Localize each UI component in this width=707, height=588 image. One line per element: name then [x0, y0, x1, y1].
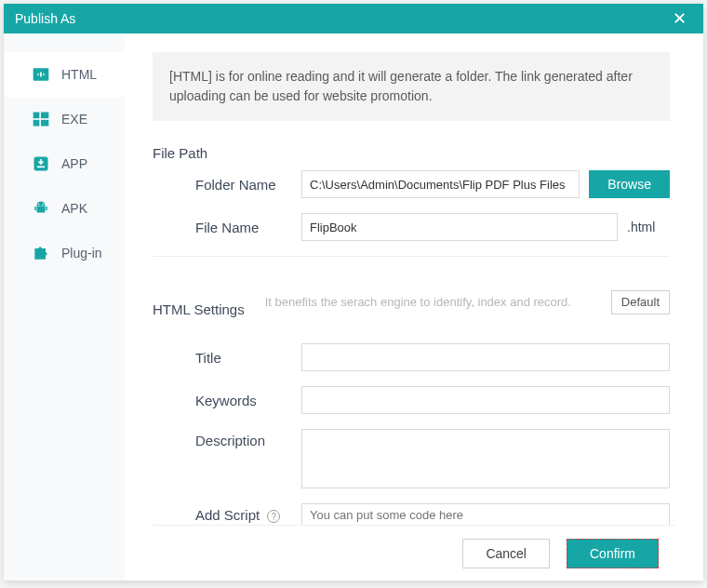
description-input[interactable]: [301, 429, 670, 488]
divider: [153, 256, 670, 257]
script-row: Add Script ?: [153, 503, 670, 525]
filename-input[interactable]: [301, 213, 618, 241]
publish-dialog: Publish As ✕ HTML EXE APP: [4, 4, 703, 581]
windows-icon: [32, 110, 50, 128]
svg-rect-2: [33, 113, 40, 119]
default-button[interactable]: Default: [611, 290, 670, 314]
cancel-button[interactable]: Cancel: [462, 539, 550, 568]
sidebar-item-html[interactable]: HTML: [4, 52, 125, 97]
svg-rect-1: [40, 73, 42, 77]
content-pane: [HTML] is for online reading and it will…: [125, 33, 703, 581]
html-icon: [32, 65, 50, 84]
sidebar: HTML EXE APP APK: [4, 33, 125, 581]
filename-label: File Name: [153, 220, 301, 235]
title-row: Title: [153, 343, 670, 371]
app-icon: [32, 154, 50, 173]
svg-rect-4: [33, 120, 40, 127]
folder-input[interactable]: [301, 170, 580, 198]
window-title: Publish As: [15, 11, 75, 26]
keywords-label: Keywords: [153, 393, 301, 408]
title-label: Title: [153, 350, 301, 366]
settings-section-label: HTML Settings: [153, 301, 245, 317]
description-label: Description: [153, 429, 301, 448]
settings-hint: It benefits the serach engine to identif…: [265, 295, 571, 309]
sidebar-item-label: APK: [61, 201, 87, 216]
keywords-input[interactable]: [301, 386, 670, 414]
description-row: Description: [153, 429, 670, 488]
sidebar-item-apk[interactable]: APK: [4, 186, 125, 231]
svg-rect-10: [46, 207, 47, 211]
keywords-row: Keywords: [153, 386, 670, 414]
sidebar-item-plugin[interactable]: Plug-in: [4, 231, 125, 275]
confirm-button[interactable]: Confirm: [567, 539, 659, 568]
close-icon[interactable]: ✕: [667, 8, 692, 29]
svg-rect-5: [41, 120, 48, 127]
title-input[interactable]: [301, 343, 670, 371]
info-text: [HTML] is for online reading and it will…: [153, 52, 670, 121]
svg-rect-9: [34, 207, 36, 211]
svg-rect-3: [41, 113, 48, 119]
puzzle-icon: [32, 244, 50, 262]
browse-button[interactable]: Browse: [589, 170, 670, 198]
folder-row: Folder Name Browse: [153, 170, 670, 198]
help-icon[interactable]: ?: [267, 510, 280, 523]
sidebar-item-exe[interactable]: EXE: [4, 97, 125, 141]
titlebar: Publish As ✕: [4, 4, 703, 33]
svg-rect-7: [37, 167, 45, 168]
svg-point-12: [43, 204, 45, 206]
filepath-section-label: File Path: [153, 145, 670, 161]
svg-point-11: [38, 204, 40, 206]
filename-row: File Name .html: [153, 213, 670, 241]
android-icon: [32, 199, 50, 218]
sidebar-item-label: Plug-in: [61, 246, 102, 261]
svg-rect-8: [37, 207, 46, 213]
sidebar-item-label: EXE: [61, 112, 87, 127]
script-input[interactable]: [301, 503, 670, 525]
sidebar-item-label: APP: [61, 156, 87, 171]
footer: Cancel Confirm: [153, 525, 675, 581]
filename-suffix: .html: [627, 220, 670, 234]
script-label-text: Add Script: [195, 507, 260, 523]
folder-label: Folder Name: [153, 177, 301, 193]
script-label: Add Script ?: [153, 503, 301, 523]
sidebar-item-app[interactable]: APP: [4, 141, 125, 186]
sidebar-item-label: HTML: [61, 67, 97, 82]
